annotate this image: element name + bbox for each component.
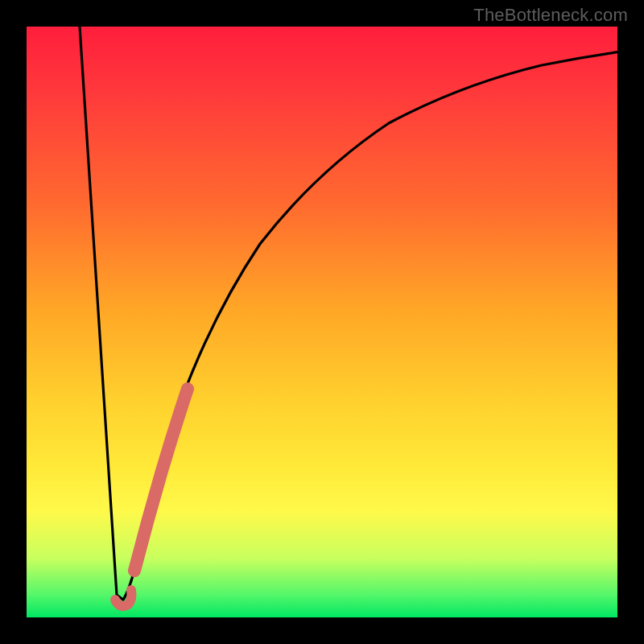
bottleneck-curve-svg [27,27,617,617]
curve-path [80,27,638,600]
chart-frame: TheBottleneck.com [0,0,644,644]
watermark-text: TheBottleneck.com [473,5,628,26]
plot-area [27,27,617,617]
highlight-segment [134,389,188,571]
